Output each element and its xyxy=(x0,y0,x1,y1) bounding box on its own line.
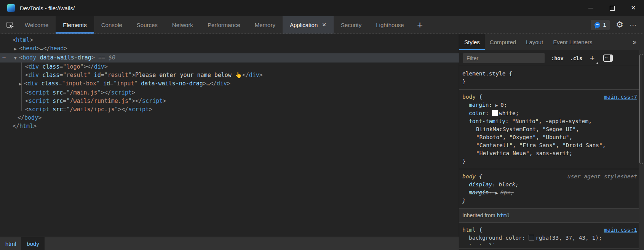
style-line[interactable]: "Cantarell", "Fira Sans", "Droid Sans", xyxy=(459,141,644,149)
tab-event-listeners[interactable]: Event Listeners xyxy=(548,34,597,50)
code-token: : xyxy=(489,102,495,108)
code-token: id xyxy=(91,72,101,79)
code-token: > xyxy=(149,106,152,113)
toggle-sidebar-icon[interactable] xyxy=(603,54,613,62)
tab-elements[interactable]: Elements xyxy=(56,16,94,34)
style-line[interactable]: } xyxy=(459,197,644,205)
add-tab-button[interactable]: + xyxy=(411,16,429,34)
code-token: > xyxy=(30,37,33,43)
dom-tree-node[interactable]: ▶ <div class="input-box" id="input" data… xyxy=(0,79,459,88)
code-token: " xyxy=(87,72,91,79)
code-token: /wails/runtime.js xyxy=(70,98,128,104)
style-line[interactable]: body {main.css:7 xyxy=(459,93,644,101)
tab-lighthouse[interactable]: Lighthouse xyxy=(369,16,411,34)
code-token: class xyxy=(38,80,58,87)
style-line[interactable]: background-color: rgba(33, 37, 43, 1); xyxy=(459,234,644,242)
scrollbar-thumb[interactable] xyxy=(639,54,643,164)
inspect-element-button[interactable] xyxy=(2,16,18,34)
styles-filter-input[interactable] xyxy=(463,53,545,63)
tab-sources[interactable]: Sources xyxy=(129,16,165,34)
code-token: div xyxy=(217,80,227,87)
tab-styles[interactable]: Styles xyxy=(459,34,485,50)
issues-badge[interactable]: 1 xyxy=(591,20,610,30)
close-tab-icon[interactable]: ✕ xyxy=(322,22,326,27)
tab-security[interactable]: Security xyxy=(334,16,369,34)
devtools-content: <html>▶ <head>…</head>⋯▼ <body data-wail… xyxy=(0,34,644,250)
tab-computed[interactable]: Computed xyxy=(485,34,521,50)
styles-scrollbar[interactable] xyxy=(639,50,644,250)
code-token: div xyxy=(94,63,104,70)
toggle-pseudo-state-button[interactable]: :hov xyxy=(551,55,564,61)
dom-tree: <html>▶ <head>…</head>⋯▼ <body data-wail… xyxy=(0,34,459,237)
style-line[interactable]: font-family: "Nunito", -apple-system, xyxy=(459,117,644,125)
dom-tree-node[interactable]: </body> xyxy=(0,114,459,122)
style-line[interactable]: margin: ▶ 8px; xyxy=(459,189,644,197)
code-token: > xyxy=(38,114,42,121)
tab-application[interactable]: Application ✕ xyxy=(283,16,334,34)
code-token: html xyxy=(462,227,476,233)
color-swatch[interactable] xyxy=(492,110,498,116)
minimize-button[interactable] xyxy=(580,0,601,16)
code-token: id xyxy=(100,80,110,87)
more-options-button[interactable]: ⋯ xyxy=(630,21,638,29)
code-token: : xyxy=(489,189,495,196)
style-line[interactable]: element.style { xyxy=(459,70,644,78)
code-token: =" xyxy=(63,98,70,104)
code-token: body xyxy=(462,173,476,179)
breadcrumb-body[interactable]: body xyxy=(21,237,45,250)
settings-button[interactable]: ⚙ xyxy=(616,21,623,29)
more-tabs-chevron-icon[interactable]: » xyxy=(633,34,644,50)
dom-tree-node[interactable]: </html> xyxy=(0,122,459,130)
code-token: 👆 xyxy=(235,72,242,79)
issues-bubble-icon xyxy=(594,22,600,28)
tab-performance[interactable]: Performance xyxy=(200,16,248,34)
code-token: "Nunito", -apple-system, xyxy=(512,118,592,124)
tab-layout[interactable]: Layout xyxy=(521,34,548,50)
styles-sections: element.style {}body {main.css:7margin: … xyxy=(459,66,644,250)
color-swatch[interactable] xyxy=(529,235,534,240)
code-token: … xyxy=(206,80,210,87)
code-token: =" xyxy=(59,63,66,70)
code-token: $0 xyxy=(109,54,115,61)
close-button[interactable]: ✕ xyxy=(623,0,644,16)
style-line[interactable]: "Helvetica Neue", sans-serif; xyxy=(459,149,644,157)
dom-tree-node[interactable]: <script src="/wails/runtime.js"></script… xyxy=(0,97,459,105)
dom-tree-node[interactable]: <div class="result" id="result">Please e… xyxy=(0,71,459,79)
tab-welcome[interactable]: Welcome xyxy=(18,16,56,34)
dom-tree-node[interactable]: ▶ <head>…</head> xyxy=(0,44,459,53)
style-line[interactable]: "Roboto", "Oxygen", "Ubuntu", xyxy=(459,133,644,141)
dom-tree-node[interactable]: <div class="logo"></div> xyxy=(0,62,459,71)
dom-tree-node[interactable]: <script src="/main.js"></script> xyxy=(0,88,459,97)
element-style-section: element.style {} xyxy=(459,66,644,90)
style-line[interactable]: margin: ▶ 0; xyxy=(459,101,644,109)
new-style-rule-button[interactable]: + xyxy=(588,54,597,62)
breadcrumb: html body xyxy=(0,237,459,250)
code-token: > xyxy=(203,80,206,87)
code-token: > xyxy=(227,80,230,87)
toggle-class-button[interactable]: .cls xyxy=(570,55,583,61)
style-line[interactable]: BlinkMacSystemFont, "Segoe UI", xyxy=(459,125,644,133)
maximize-button[interactable] xyxy=(601,0,623,16)
dom-tree-node[interactable]: <script src="/wails/ipc.js"></script> xyxy=(0,105,459,114)
breadcrumb-html[interactable]: html xyxy=(0,237,21,250)
stylesheet-link[interactable]: main.css:7 xyxy=(604,93,637,101)
style-line[interactable]: html {main.css:1 xyxy=(459,226,644,234)
dom-tree-node[interactable]: <html> xyxy=(0,36,459,44)
tab-memory[interactable]: Memory xyxy=(248,16,283,34)
tab-network[interactable]: Network xyxy=(165,16,200,34)
dom-tree-node[interactable]: ⋯▼ <body data-wails-drag> == $0 xyxy=(0,53,459,62)
titlebar: DevTools - file://wails/ ✕ xyxy=(0,0,644,16)
elements-panel: <html>▶ <head>…</head>⋯▼ <body data-wail… xyxy=(0,34,459,250)
code-token: data-wails-drag xyxy=(36,54,91,61)
style-line[interactable]: display: block; xyxy=(459,181,644,189)
style-line[interactable]: } xyxy=(459,78,644,86)
style-line[interactable]: Inherited from html xyxy=(459,212,644,220)
code-token[interactable]: html xyxy=(497,212,510,218)
style-line[interactable]: } xyxy=(459,157,644,165)
code-token: result xyxy=(108,72,128,79)
style-line[interactable]: body {user agent stylesheet xyxy=(459,173,644,181)
style-line[interactable]: color: white; xyxy=(459,109,644,117)
style-line[interactable]: text-align xyxy=(459,242,644,245)
tab-console[interactable]: Console xyxy=(94,16,129,34)
stylesheet-link[interactable]: main.css:1 xyxy=(604,226,637,234)
